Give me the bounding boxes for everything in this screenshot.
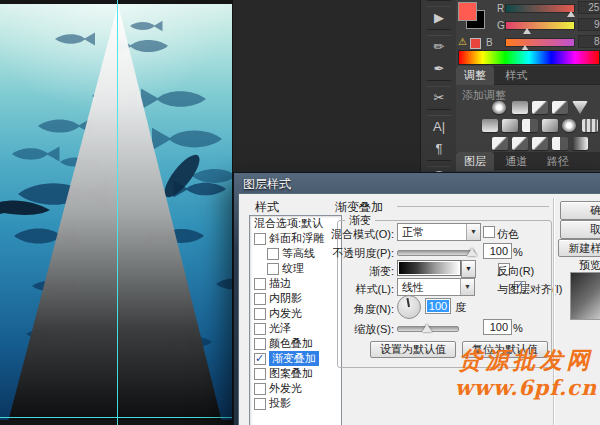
panel-grip[interactable] bbox=[427, 0, 451, 7]
dialog-title: 图层样式 bbox=[243, 176, 291, 193]
blue-value[interactable]: 84 bbox=[578, 35, 600, 48]
curves-icon[interactable] bbox=[532, 101, 548, 114]
list-item-outer-glow[interactable]: 外发光 bbox=[250, 381, 341, 396]
new-style-button[interactable]: 新建样式(W)... bbox=[558, 239, 600, 257]
underwater-photo-layer bbox=[0, 4, 232, 420]
adjustments-tabbar: 调整 样式 bbox=[456, 66, 600, 85]
vibrance-icon[interactable] bbox=[572, 101, 588, 114]
tab-channels[interactable]: 通道 bbox=[497, 152, 535, 171]
panel-grip[interactable] bbox=[427, 160, 451, 167]
levels-icon[interactable] bbox=[512, 101, 528, 114]
red-slider[interactable] bbox=[505, 4, 575, 13]
opacity-slider-thumb[interactable] bbox=[467, 248, 477, 256]
color-panel: R 255 G 90 ⚠ B 84 bbox=[456, 0, 600, 66]
gradient-overlay-checkbox[interactable] bbox=[254, 353, 266, 365]
red-value[interactable]: 255 bbox=[578, 1, 600, 14]
brightness-contrast-icon[interactable] bbox=[492, 101, 506, 114]
outer-glow-checkbox[interactable] bbox=[254, 383, 266, 395]
clone-source-panel-icon[interactable]: ✒ bbox=[421, 58, 457, 80]
threshold-icon[interactable] bbox=[532, 137, 548, 150]
character-panel-icon[interactable]: A| bbox=[421, 116, 457, 138]
tool-presets-panel-icon[interactable]: ✂ bbox=[421, 87, 457, 109]
green-slider-thumb[interactable] bbox=[523, 28, 531, 34]
texture-checkbox[interactable] bbox=[267, 263, 279, 275]
actions-panel-icon[interactable]: ▶ bbox=[421, 7, 457, 29]
layers-tabbar: 图层 通道 路径 bbox=[456, 152, 600, 170]
list-item-pattern-overlay[interactable]: 图案叠加 bbox=[250, 366, 341, 381]
panel-grip[interactable] bbox=[427, 109, 451, 116]
document-canvas[interactable] bbox=[0, 0, 233, 425]
selective-color-icon[interactable] bbox=[572, 137, 588, 150]
drop-shadow-checkbox[interactable] bbox=[254, 398, 266, 410]
photo-filter-icon[interactable] bbox=[542, 119, 558, 132]
pattern-overlay-checkbox[interactable] bbox=[254, 368, 266, 380]
style-select[interactable]: 线性 ▼ bbox=[397, 278, 475, 296]
style-preview-thumbnail bbox=[570, 272, 600, 320]
exposure-icon[interactable] bbox=[552, 101, 568, 114]
set-default-button[interactable]: 设置为默认值 bbox=[370, 341, 456, 358]
styles-list-header: 样式 bbox=[255, 199, 279, 216]
paragraph-panel-icon[interactable]: ¶ bbox=[421, 138, 457, 160]
contour-checkbox[interactable] bbox=[267, 248, 279, 260]
underwater-photo bbox=[0, 4, 232, 420]
channel-mixer-icon[interactable] bbox=[562, 119, 576, 132]
horizontal-guide[interactable] bbox=[0, 417, 232, 418]
posterize-icon[interactable] bbox=[512, 137, 528, 150]
cancel-button[interactable]: 取消 bbox=[560, 220, 600, 239]
green-channel-label: G bbox=[497, 20, 505, 31]
list-item-color-overlay[interactable]: 颜色叠加 bbox=[250, 336, 341, 351]
color-balance-icon[interactable] bbox=[502, 119, 518, 132]
inner-shadow-checkbox[interactable] bbox=[254, 293, 266, 305]
color-spectrum-ramp[interactable] bbox=[458, 50, 600, 65]
ok-button[interactable]: 确定 bbox=[560, 201, 600, 220]
bevel-emboss-checkbox[interactable] bbox=[254, 233, 266, 245]
inner-glow-checkbox[interactable] bbox=[254, 308, 266, 320]
angle-value: 100 bbox=[427, 300, 449, 312]
foreground-color-swatch[interactable] bbox=[458, 2, 477, 21]
scale-slider[interactable] bbox=[397, 326, 459, 332]
panel-grip[interactable] bbox=[427, 29, 451, 36]
gamut-swatch[interactable] bbox=[470, 38, 481, 49]
list-item-gradient-overlay[interactable]: 渐变叠加 bbox=[250, 351, 341, 366]
scale-value[interactable]: 100 bbox=[483, 319, 512, 335]
opacity-value[interactable]: 100 bbox=[483, 243, 512, 259]
green-value[interactable]: 90 bbox=[578, 18, 600, 31]
color-overlay-checkbox[interactable] bbox=[254, 338, 266, 350]
red-channel-label: R bbox=[497, 3, 504, 14]
gradient-map-icon[interactable] bbox=[552, 137, 568, 150]
red-slider-thumb[interactable] bbox=[567, 11, 575, 17]
tab-layers[interactable]: 图层 bbox=[456, 152, 494, 171]
black-white-icon[interactable] bbox=[522, 119, 538, 132]
style-value: 线性 bbox=[402, 281, 424, 293]
style-label: 样式(L): bbox=[327, 282, 394, 297]
list-item-drop-shadow[interactable]: 投影 bbox=[250, 396, 341, 411]
satin-checkbox[interactable] bbox=[254, 323, 266, 335]
blend-mode-select[interactable]: 正常 ▼ bbox=[397, 223, 481, 241]
tab-styles[interactable]: 样式 bbox=[497, 66, 535, 85]
hue-saturation-icon[interactable] bbox=[482, 119, 498, 132]
color-lookup-icon[interactable] bbox=[582, 119, 598, 132]
vertical-guide[interactable] bbox=[117, 0, 118, 425]
dither-checkbox[interactable] bbox=[483, 226, 495, 238]
blue-slider[interactable] bbox=[505, 38, 575, 47]
watermark-line1: 贷源批发网 bbox=[452, 346, 600, 375]
tab-adjustments[interactable]: 调整 bbox=[456, 66, 494, 85]
gradient-preview-bar[interactable] bbox=[397, 260, 461, 276]
angle-dial[interactable] bbox=[397, 295, 421, 319]
watermark: 贷源批发网 www.6pf.cn bbox=[452, 346, 600, 401]
tab-paths[interactable]: 路径 bbox=[539, 152, 577, 171]
reverse-label: 反向(R) bbox=[497, 264, 534, 279]
invert-icon[interactable] bbox=[492, 137, 508, 150]
panel-grip[interactable] bbox=[427, 80, 451, 87]
stroke-checkbox[interactable] bbox=[254, 278, 266, 290]
gradient-picker-arrow[interactable]: ▼ bbox=[461, 260, 476, 278]
chevron-down-icon: ▼ bbox=[460, 279, 474, 295]
green-slider[interactable] bbox=[505, 21, 575, 30]
scale-label: 缩放(S): bbox=[327, 322, 394, 337]
angle-unit: 度 bbox=[455, 300, 466, 315]
scale-slider-thumb[interactable] bbox=[422, 324, 432, 332]
opacity-slider[interactable] bbox=[397, 250, 475, 256]
gamut-warning-icon[interactable]: ⚠ bbox=[458, 36, 467, 47]
brush-presets-panel-icon[interactable]: ✏ bbox=[421, 36, 457, 58]
angle-input[interactable]: 100 bbox=[425, 298, 451, 314]
